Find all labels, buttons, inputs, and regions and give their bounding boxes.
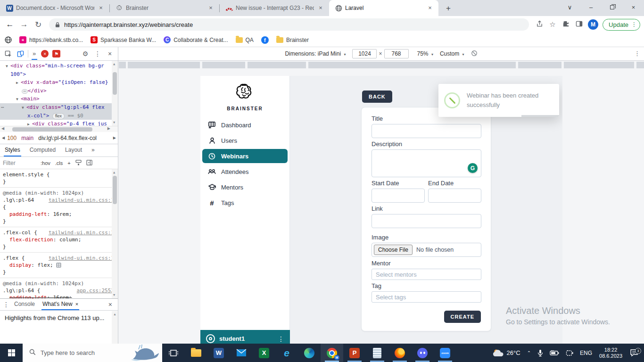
tab-word-document[interactable]: W Document.docx - Microsoft Word × [0, 0, 109, 16]
tab-laravel-active[interactable]: Laravel × [329, 0, 438, 16]
grammarly-icon[interactable]: G [468, 163, 478, 173]
tab-close-icon[interactable]: × [97, 4, 105, 12]
device-toolbar-toggle-icon[interactable] [14, 48, 26, 59]
whats-new-headline[interactable]: Highlights from the Chrome 113 up... [5, 314, 104, 321]
devtools-menu-dots-icon[interactable]: ⋮ [91, 48, 104, 59]
expand-ellipsis-icon[interactable]: ⋯ [22, 89, 28, 94]
tab-close-icon[interactable]: × [317, 4, 324, 12]
zoom-select[interactable]: 75% ▾ [417, 50, 433, 57]
bookmark-sparkasse[interactable]: S Sparkasse Banka W... [91, 36, 156, 43]
bookmark-globe[interactable] [5, 36, 12, 43]
dom-node[interactable]: ▶<div class="p-4 flex jus [0, 120, 118, 126]
link-input[interactable] [372, 214, 481, 228]
taskbar-word[interactable]: W [207, 344, 230, 362]
css-rule-flex-col[interactable]: tailwind-ui.min.css:1.flex-col { flex-di… [0, 227, 118, 253]
sidebar-item-mentors[interactable]: Mentors [202, 180, 288, 194]
new-style-rule-icon[interactable]: + [67, 160, 70, 166]
sidebar-item-dashboard[interactable]: Dashboard [202, 118, 288, 132]
elements-vertical-scrollbar[interactable]: ▲ ▼ [112, 61, 118, 126]
dom-node-selected[interactable]: ⋯▼<div class="lg:pl-64 flex [0, 103, 118, 112]
forward-icon[interactable]: → [17, 20, 31, 29]
address-bar[interactable]: https://qainterrapt.brainster.xyz/webina… [49, 18, 529, 31]
dom-node[interactable]: ▼<div class="min-h-screen bg-gr [0, 62, 118, 70]
styles-vertical-scrollbar[interactable]: ▲ ▼ [112, 169, 118, 298]
stylesheet-link[interactable]: tailwind-ui.min.css:1 [49, 229, 114, 236]
taskbar-chrome-active[interactable]: M [321, 344, 343, 362]
taskbar-discord[interactable] [411, 344, 434, 362]
viewport-width-input[interactable] [352, 49, 377, 58]
issues-flag-icon[interactable]: ⚑ [52, 50, 60, 58]
node-menu-dots-icon[interactable]: ⋯ [1, 103, 4, 111]
drawer-close-icon[interactable]: × [105, 301, 116, 308]
start-button[interactable] [0, 344, 23, 362]
reload-icon[interactable]: ↻ [31, 20, 45, 30]
success-toast[interactable]: Webinar has been created successfully [438, 84, 559, 117]
breadcrumb-item-current[interactable]: div.lg\:pl-64.flex.flex-col [38, 135, 97, 141]
sidebar-item-users[interactable]: Users [202, 133, 288, 148]
mentor-select-input[interactable] [372, 269, 481, 280]
taskbar-excel[interactable]: X [253, 344, 275, 362]
throttling-select[interactable]: Custom ▾ [440, 50, 464, 57]
css-rule-element-style[interactable]: element.style { } [0, 169, 118, 188]
extensions-puzzle-icon[interactable] [559, 20, 572, 29]
back-icon[interactable]: ← [3, 20, 17, 29]
bookmark-folder-brainster[interactable]: Brainster [276, 37, 309, 43]
bookmark-facebook[interactable]: f [261, 36, 269, 44]
flex-editor-badge-icon[interactable] [56, 263, 61, 268]
tab-layout[interactable]: Layout [60, 144, 87, 156]
device-toolbar-menu-dots-icon[interactable]: ⋮ [634, 50, 640, 57]
rendering-brush-icon[interactable] [75, 160, 82, 166]
stylesheet-link[interactable]: tailwind-ui.min.css:1 [49, 197, 114, 204]
console-errors-badge[interactable]: × [41, 50, 49, 58]
taskbar-clock[interactable]: 18:22 08.6.2023 [595, 347, 626, 359]
devtools-settings-gear-icon[interactable]: ⚙ [79, 48, 91, 59]
viewport-height-input[interactable] [384, 49, 409, 58]
title-input[interactable] [372, 124, 481, 138]
bookmark-star-icon[interactable]: ☆ [546, 20, 559, 29]
breadcrumb-left-icon[interactable]: ◀ [2, 136, 5, 140]
media-query-bar[interactable] [118, 62, 644, 68]
dom-node[interactable]: ▼<main> [0, 95, 118, 103]
stylesheet-link[interactable]: app.css:2552 [77, 287, 114, 294]
tab-close-icon[interactable]: × [426, 4, 434, 12]
css-rule-lg-pl-64-overridden[interactable]: @media (min-width: 1024px) app.css:2552.… [0, 278, 118, 298]
hover-state-button[interactable]: :hov [41, 160, 50, 166]
computed-sidebar-toggle-icon[interactable] [86, 160, 92, 166]
device-select[interactable]: Dimensions: iPad Mini ▾ [285, 50, 346, 57]
back-button[interactable]: BACK [362, 90, 392, 103]
user-menu-dots-icon[interactable]: ⋮ [278, 335, 284, 343]
create-button[interactable]: CREATE [444, 311, 481, 323]
side-panel-icon[interactable] [572, 20, 586, 29]
taskbar-notepad[interactable] [366, 344, 388, 362]
tab-computed[interactable]: Computed [25, 144, 60, 156]
inspect-element-icon[interactable] [2, 48, 14, 59]
tablet-mode-tray-icon[interactable] [562, 344, 577, 362]
new-tab-button[interactable]: + [442, 4, 454, 13]
bookmark-collaborate[interactable]: C Collaborate & Creat... [164, 36, 228, 43]
taskbar-powerpoint[interactable]: P [343, 344, 366, 362]
profile-avatar[interactable]: M [588, 19, 598, 30]
language-indicator[interactable]: ENG [577, 344, 595, 362]
breadcrumb-item[interactable]: 100 [7, 135, 17, 141]
minimize-button[interactable]: – [580, 0, 602, 14]
choose-file-button[interactable]: Choose File [374, 245, 413, 255]
taskbar-internet-explorer[interactable]: e [275, 344, 298, 362]
tab-close-icon[interactable]: × [207, 4, 215, 12]
battery-charging-tray-icon[interactable] [546, 344, 562, 362]
end-date-input[interactable] [428, 189, 481, 203]
tag-select-input[interactable] [372, 291, 481, 303]
task-view-button[interactable] [162, 344, 185, 362]
panel-overflow-chevrons[interactable]: » [30, 48, 39, 60]
dom-node[interactable]: ▶<div x-data="{isOpen: false} [0, 78, 118, 87]
description-textarea[interactable] [372, 149, 481, 177]
chrome-update-button[interactable]: Update ⋮ [603, 19, 640, 31]
styles-tabs-overflow-icon[interactable]: » [87, 144, 99, 156]
css-rule-lg-pl-64[interactable]: @media (min-width: 1024px) tailwind-ui.m… [0, 188, 118, 227]
weather-widget[interactable]: 26°C [489, 344, 524, 362]
microphone-tray-icon[interactable] [534, 344, 546, 362]
devtools-close-icon[interactable]: × [104, 48, 116, 59]
taskbar-edge[interactable] [298, 344, 321, 362]
image-file-input[interactable]: Choose File No file chosen [372, 243, 481, 257]
tab-search-chevron-icon[interactable]: ∨ [559, 0, 580, 14]
restore-button[interactable] [602, 0, 623, 14]
